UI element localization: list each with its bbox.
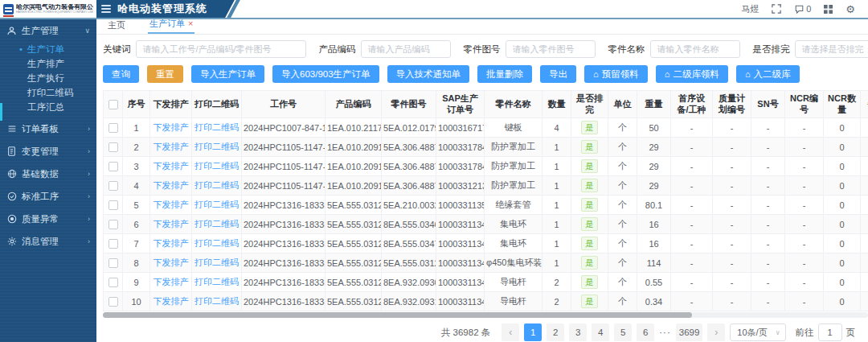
page-button-6[interactable]: 6 [637, 323, 654, 341]
print-qrcode-link[interactable]: 打印二维码 [194, 277, 239, 286]
sidebar-section-order-board[interactable]: 订单看板 › [0, 117, 96, 140]
tab-production-order[interactable]: 生产订单 × [148, 19, 194, 34]
cell-weight: 29 [637, 176, 671, 196]
dispatch-link[interactable]: 下发排产 [154, 142, 189, 151]
sidebar-section-change-mgmt[interactable]: 变更管理 › [0, 140, 96, 163]
next-page-button[interactable]: › [707, 323, 725, 341]
pagination-total: 共 36982 条 [441, 327, 490, 339]
dispatch-link[interactable]: 下发排产 [154, 180, 189, 190]
print-qrcode-link[interactable]: 打印二维码 [194, 122, 239, 132]
tab-home[interactable]: 主页 [106, 19, 127, 34]
keyword-input[interactable] [136, 40, 306, 58]
col-work-no: 工作号 [242, 91, 326, 118]
dispatch-link[interactable]: 下发排产 [154, 200, 189, 209]
batch-delete-button[interactable]: 批量删除 [477, 65, 532, 83]
row-checkbox[interactable] [108, 239, 118, 249]
sidebar-item-production-scheduling[interactable]: 生产排产 [0, 56, 96, 71]
row-checkbox[interactable] [108, 162, 118, 171]
sidebar-item-production-execution[interactable]: 生产执行 [0, 71, 96, 85]
fullscreen-icon[interactable] [772, 4, 781, 14]
page-button-3[interactable]: 3 [569, 323, 587, 341]
grid-apps-icon[interactable] [824, 5, 833, 14]
dispatch-link[interactable]: 下发排产 [154, 161, 189, 171]
row-checkbox[interactable] [108, 123, 118, 133]
message-icon[interactable]: 0 [794, 4, 811, 14]
print-qrcode-link[interactable]: 打印二维码 [194, 238, 239, 248]
row-checkbox[interactable] [108, 142, 118, 152]
cell-ncr-qty: 0 [824, 273, 861, 292]
row-checkbox[interactable] [108, 200, 118, 210]
print-qrcode-link[interactable]: 打印二维码 [194, 296, 239, 306]
user-name[interactable]: 马煜 [741, 3, 759, 15]
sidebar-section-base-data[interactable]: 基础数据 › [0, 163, 96, 185]
into-secondary-store-button[interactable]: ⌂ 入二级库 [736, 65, 800, 83]
select-all-checkbox[interactable] [108, 100, 118, 109]
scrollbar-thumb[interactable] [103, 312, 692, 318]
export-button[interactable]: 导出 [540, 65, 576, 83]
sidebar-section-message-mgmt[interactable]: 消息管理 › [0, 230, 96, 253]
cell-sap-no: 10003311347 [436, 292, 485, 311]
page-size-select[interactable]: 10条/页 ∨ [730, 323, 785, 341]
page-button-5[interactable]: 5 [614, 323, 632, 341]
chevron-right-icon: › [88, 147, 90, 155]
dispatch-link[interactable]: 下发排产 [154, 238, 189, 248]
reset-button[interactable]: 重置 [147, 65, 183, 83]
scheduled-badge: 是 [581, 256, 598, 270]
print-qrcode-link[interactable]: 打印二维码 [194, 219, 239, 229]
row-checkbox[interactable] [108, 297, 118, 307]
cell-first-device: - [671, 253, 713, 273]
pagination-ellipsis[interactable]: ··· [659, 328, 671, 337]
reserve-material-button[interactable]: ⌂ 预留领料 [584, 65, 648, 83]
scheduled-select[interactable]: 请选择是否排完 ∨ [795, 40, 868, 58]
dispatch-link[interactable]: 下发排产 [154, 122, 189, 132]
cell-unit: 个 [608, 176, 637, 196]
product-code-input[interactable] [361, 40, 451, 58]
print-qrcode-link[interactable]: 打印二维码 [194, 258, 239, 267]
row-checkbox[interactable] [108, 220, 118, 229]
table-row: 7 下发排产 打印二维码 2024HPC1316-1833-2 5EA.555.… [104, 234, 868, 253]
page-button-4[interactable]: 4 [592, 323, 609, 341]
dispatch-link[interactable]: 下发排产 [154, 258, 189, 267]
sidebar-collapse-icon[interactable] [101, 5, 111, 13]
goto-page-input[interactable] [818, 323, 842, 341]
part-no-input[interactable] [506, 40, 596, 58]
page-button-2[interactable]: 2 [547, 323, 564, 341]
page-button-last[interactable]: 3699 [676, 323, 703, 341]
sidebar-item-print-qrcode[interactable]: 打印二维码 [0, 85, 96, 100]
cell-weight: 0.34 [637, 292, 671, 311]
sidebar-section-production-mgmt[interactable]: 生产管理 ∨ [0, 19, 96, 42]
cell-part-no: 5EA.306.4887 [382, 176, 436, 196]
dispatch-link[interactable]: 下发排产 [154, 277, 189, 286]
scheduled-badge: 是 [581, 295, 598, 308]
page-button-1[interactable]: 1 [524, 323, 542, 341]
sidebar-item-production-order[interactable]: 生产订单 [0, 42, 96, 56]
print-qrcode-link[interactable]: 打印二维码 [194, 161, 239, 171]
cell-product-code: 1EA.010.2091 [326, 138, 382, 157]
print-qrcode-link[interactable]: 打印二维码 [194, 142, 239, 151]
row-checkbox[interactable] [108, 258, 118, 268]
sidebar-section-standard-process[interactable]: 标准工序 › [0, 185, 96, 208]
part-name-input[interactable] [650, 40, 740, 58]
search-button[interactable]: 查询 [103, 65, 139, 83]
row-checkbox[interactable] [108, 181, 118, 191]
print-qrcode-link[interactable]: 打印二维码 [194, 180, 239, 190]
horizontal-scrollbar[interactable] [103, 312, 868, 318]
cell-qty: 1 [542, 234, 571, 253]
gear-icon[interactable]: ⚙ [845, 4, 855, 14]
prev-page-button[interactable]: ‹ [502, 323, 519, 341]
print-qrcode-link[interactable]: 打印二维码 [194, 200, 239, 209]
import-603-903-order-button[interactable]: 导入603/903生产订单 [272, 65, 379, 83]
secondary-store-pick-button[interactable]: ⌂ 二级库领料 [656, 65, 728, 83]
row-checkbox[interactable] [108, 278, 118, 287]
dispatch-link[interactable]: 下发排产 [154, 219, 189, 229]
sidebar-item-process-summary[interactable]: 工序汇总 [0, 100, 96, 114]
cell-work-no: 2024HPC1316-1833-2 [242, 253, 326, 273]
import-tech-notice-button[interactable]: 导入技术通知单 [387, 65, 470, 83]
cell-qty: 1 [542, 157, 571, 176]
sidebar-section-quality-exception[interactable]: 质量异常 › [0, 208, 96, 230]
cell-ncr-no: - [785, 273, 824, 292]
import-production-order-button[interactable]: 导入生产订单 [191, 65, 264, 83]
dispatch-link[interactable]: 下发排产 [154, 296, 189, 306]
close-icon[interactable]: × [188, 19, 193, 28]
filter-scheduled: 是否排完 请选择是否排完 ∨ [753, 40, 868, 58]
